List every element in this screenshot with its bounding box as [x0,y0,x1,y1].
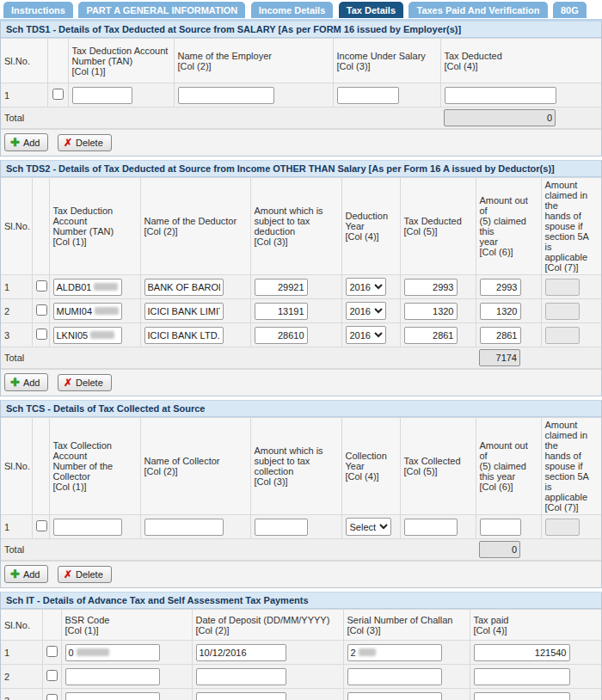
it-row3-bsr-input[interactable] [65,692,160,700]
tcs-row1-collector-input[interactable] [144,519,224,536]
tcs-header-year: Collection Year [Col (4)] [341,418,400,515]
tds1-row1-tax-input[interactable] [445,87,556,104]
it-row2-date-input[interactable] [196,668,286,685]
tds2-row3-year-select[interactable]: 2016 [346,326,386,344]
delete-x-icon: ✗ [64,569,72,580]
it-row1-date-input[interactable] [196,644,286,661]
tds2-delete-button[interactable]: ✗Delete [58,374,112,391]
it-row3-tax-input[interactable] [474,692,570,700]
tds1-header-tax-deducted: Tax Deducted [Col (4)] [440,39,601,83]
it-row3-serial-input[interactable] [347,692,442,700]
tcs-row1-tan-input[interactable] [53,519,122,536]
tds1-row1-employer-input[interactable] [178,87,274,104]
tcs-delete-button[interactable]: ✗Delete [58,566,112,583]
tds2-row1-deductor-input[interactable] [144,279,224,296]
tab-income-details[interactable]: Income Details [251,2,334,18]
tds2-row2-year-select[interactable]: 2016 [346,302,386,320]
tds2-total-row: Total [1,347,601,369]
tcs-total-row: Total [1,539,601,561]
it-header-tax-paid: Tax paid [Col (4)] [470,610,601,641]
tds2-header-select [32,178,49,275]
tds2-row2-claimed-input[interactable] [480,303,521,320]
tds2-row3-tax-input[interactable] [404,327,458,344]
tds2-row2-tax-input[interactable] [404,303,458,320]
it-row1-serial-input[interactable]: 2 [347,644,442,661]
tab-taxes-paid-and-verification[interactable]: Taxes Paid And Verification [408,2,547,18]
tcs-row1-slno: 1 [1,515,32,539]
tds1-table: Sl.No. Tax Deduction Account Number (TAN… [1,38,601,129]
tds1-row1-checkbox[interactable] [52,89,64,100]
tds2-table: Sl.No. Tax Deduction Account Number (TAN… [1,177,601,369]
tds1-section-title: Sch TDS1 - Details of Tax Deducted at So… [1,21,601,38]
it-header-select [42,610,61,641]
it-row2-checkbox[interactable] [46,670,58,681]
tds2-row1-year-select[interactable]: 2016 [346,278,386,296]
tab-instructions[interactable]: Instructions [3,2,73,18]
tds2-row3-checkbox[interactable] [36,329,47,340]
section-tds2: Sch TDS2 - Details of Tax Deducted at So… [0,160,602,396]
it-row2-bsr-input[interactable] [65,668,160,685]
tds1-delete-button[interactable]: ✗Delete [58,134,112,151]
tcs-table: Sl.No. Tax Collection Account Number of … [1,417,601,561]
tds1-row1-income-input[interactable] [337,87,399,104]
tds2-row2-tan-input[interactable]: MUMI04 [53,303,122,320]
tds2-header-slno: Sl.No. [1,178,32,275]
tds2-add-button[interactable]: ✚Add [4,373,48,391]
tds2-row2-deductor-input[interactable] [144,303,224,320]
tds1-add-button[interactable]: ✚Add [4,133,48,151]
tds2-row1-claimed-input[interactable] [480,279,521,296]
tds2-row1-tax-input[interactable] [404,279,458,296]
it-row3-slno: 3 [1,689,42,700]
tax-details-page: Instructions PART A GENERAL INFORMATION … [0,0,602,700]
tds2-row2-checkbox[interactable] [36,304,47,316]
it-row2-serial-input[interactable] [347,668,442,685]
tds1-row1-tan-input[interactable] [72,87,132,104]
tcs-row1-claimed-input[interactable] [480,519,521,536]
tds2-row1-spouse-input [545,279,580,296]
tcs-row1-year-select[interactable]: Select [346,518,391,536]
tds2-row2-amount-input[interactable] [255,303,308,320]
tds2-header-claimed: Amount out of (5) claimed this year [Col… [476,178,541,275]
tds2-row2-slno: 2 [1,299,32,323]
it-row3-date-input[interactable] [196,692,286,700]
tcs-row1-tax-input[interactable] [404,519,458,536]
tds1-header-income: Income Under Salary [Col (3)] [333,39,440,83]
tds2-row3-slno: 3 [1,323,32,347]
it-header-serial: Serial Number of Challan [Col (3)] [343,610,470,641]
tds1-row-1: 1 [1,83,601,107]
it-row1-tax-input[interactable] [474,644,570,661]
tcs-row-1: 1 Select [1,515,601,539]
tcs-header-collector: Name of Collector [Col (2)] [140,418,250,515]
tds2-row3-claimed-input[interactable] [480,327,521,344]
tds2-row-3: 3 LKNI05 2016 [1,323,601,347]
tcs-row1-checkbox[interactable] [36,520,47,531]
tds1-total-value [444,109,556,126]
tds2-row3-tan-input[interactable]: LKNI05 [53,327,122,344]
it-row1-bsr-input[interactable]: 0 [65,644,160,661]
tcs-button-row: ✚Add ✗Delete [1,561,601,587]
it-row1-checkbox[interactable] [46,646,58,657]
tab-tax-details[interactable]: Tax Details [339,2,403,18]
it-row-1: 1 0 2 [1,641,601,665]
redacted-text [77,648,109,656]
it-table: Sl.No. BSR Code [Col (1)] Date of Deposi… [1,609,601,700]
tds2-row-1: 1 ALDB01 2016 [1,275,601,299]
tab-80g[interactable]: 80G [553,2,587,18]
tcs-add-button[interactable]: ✚Add [4,565,48,583]
tcs-header-amount: Amount which is subject to tax collectio… [250,418,341,515]
redacted-text [90,331,114,339]
tds2-row1-tan-input[interactable]: ALDB01 [53,279,122,296]
it-row3-checkbox[interactable] [46,694,58,700]
tds2-row3-amount-input[interactable] [255,327,308,344]
tds2-row1-checkbox[interactable] [36,280,47,292]
tds2-row3-deductor-input[interactable] [144,327,224,344]
tds2-row1-amount-input[interactable] [255,279,308,296]
tcs-header-slno: Sl.No. [1,418,32,515]
tab-part-a-general-information[interactable]: PART A GENERAL INFORMATION [78,2,245,18]
tcs-row1-amount-input[interactable] [255,519,308,536]
tcs-header-claimed: Amount out of (5) claimed this year [Col… [476,418,541,515]
it-row2-tax-input[interactable] [474,668,570,685]
tcs-header-tan: Tax Collection Account Number of the Col… [49,418,140,515]
tds2-total-label: Total [1,347,476,369]
it-row-2: 2 [1,665,601,689]
